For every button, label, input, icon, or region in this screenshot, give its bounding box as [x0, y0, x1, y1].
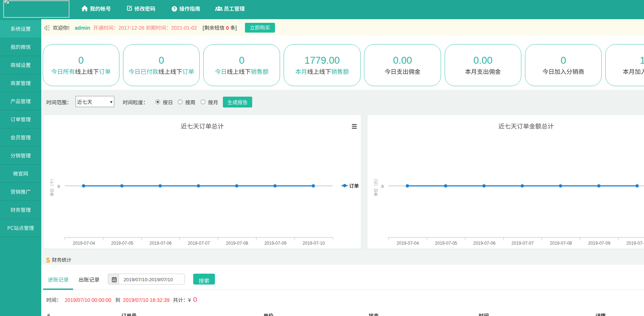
svg-text:2019/07/10 18:32:39: 2019/07/10 18:32:39: [123, 297, 170, 303]
svg-text:#: #: [47, 313, 50, 316]
svg-text:0: 0: [193, 296, 197, 303]
svg-text:2019/07/10 00:00:00: 2019/07/10 00:00:00: [65, 297, 111, 303]
